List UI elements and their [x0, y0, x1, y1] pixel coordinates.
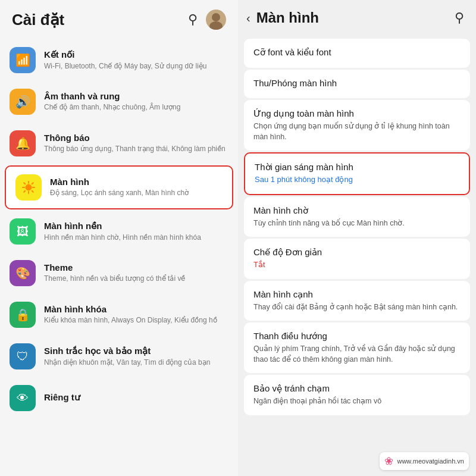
flower-icon: ❀ [384, 455, 393, 468]
bell-icon: 🔔 [15, 136, 30, 151]
svg-line-9 [32, 183, 33, 184]
rieng-tu-text: Riêng tư [44, 392, 228, 404]
man-hinh-nen-subtitle: Hình nền màn hình chờ, Hình nền màn hình… [44, 233, 228, 243]
right-list: Cỡ font và kiểu font Thu/Phóng màn hình … [238, 33, 476, 476]
right-item-che-do-don-gian[interactable]: Chế độ Đơn giản Tắt [244, 239, 470, 279]
right-item-thanh-dieu-huong[interactable]: Thanh điều hướng Quản lý phím Trang chín… [244, 322, 470, 373]
theme-title: Theme [44, 262, 228, 273]
search-icon[interactable]: ⚲ [188, 12, 198, 27]
man-hinh-canh-subtitle: Thay đổi cài đặt Bảng ở cạnh hoặc Bật sá… [253, 302, 461, 312]
theme-subtitle: Theme, hình nền và biểu tượng có thể tải… [44, 274, 228, 284]
right-panel: ‹ Màn hình ⚲ Cỡ font và kiểu font Thu/Ph… [238, 0, 476, 476]
svg-line-8 [32, 191, 33, 192]
right-search-icon[interactable]: ⚲ [455, 10, 464, 26]
right-title: Màn hình [256, 10, 455, 26]
thoi-gian-sang-title: Thời gian sáng màn hình [255, 162, 459, 173]
sinh-trac-icon-wrap: 🛡 [10, 343, 36, 369]
am-thanh-subtitle: Chế độ âm thanh, Nhạc chuông, Âm lượng [44, 102, 228, 112]
rieng-tu-icon-wrap: 👁 [10, 385, 36, 411]
left-header-icons: ⚲ [188, 10, 226, 30]
man-hinh-text: Màn hình Độ sáng, Lọc ánh sáng xanh, Màn… [50, 177, 223, 198]
sidebar-item-sinh-trac[interactable]: 🛡 Sinh trắc học và bảo mật Nhận diện khu… [0, 336, 238, 377]
man-hinh-nen-text: Màn hình nền Hình nền màn hình chờ, Hình… [44, 221, 228, 243]
right-item-co-font[interactable]: Cỡ font và kiểu font [244, 39, 470, 68]
svg-line-7 [24, 183, 25, 184]
sidebar-item-am-thanh[interactable]: 🔊 Âm thanh và rung Chế độ âm thanh, Nhạc… [0, 81, 238, 123]
sinh-trac-subtitle: Nhận diện khuôn mặt, Vân tay, Tìm di độn… [44, 358, 228, 368]
bao-ve-tranh-cham-subtitle: Ngăn điện thoại phản hồi tác chạm vô [253, 396, 461, 406]
theme-icon-wrap: 🎨 [10, 260, 36, 286]
ket-noi-icon-wrap: 📶 [10, 47, 36, 73]
lock-icon: 🔒 [15, 308, 30, 322]
man-hinh-canh-title: Màn hình cạnh [253, 289, 461, 300]
right-header: ‹ Màn hình ⚲ [238, 0, 476, 33]
am-thanh-title: Âm thanh và rung [44, 91, 228, 101]
right-item-thu-phong[interactable]: Thu/Phóng màn hình [244, 70, 470, 98]
thong-bao-subtitle: Thông báo ứng dụng, Thanh trạng thái, Kh… [44, 144, 228, 154]
sidebar-item-man-hinh-nen[interactable]: 🖼 Màn hình nền Hình nền màn hình chờ, Hì… [0, 211, 238, 252]
sun-icon [21, 180, 36, 195]
thu-phong-title: Thu/Phóng màn hình [253, 78, 461, 88]
thanh-dieu-huong-title: Thanh điều hướng [253, 331, 461, 342]
man-hinh-icon-wrap [15, 174, 42, 201]
wifi-icon: 📶 [15, 53, 30, 67]
sinh-trac-title: Sinh trắc học và bảo mật [44, 346, 228, 356]
sidebar-item-rieng-tu[interactable]: 👁 Riêng tư [0, 377, 238, 419]
thoi-gian-sang-subtitle: Sau 1 phút không hoạt động [255, 174, 459, 186]
man-hinh-khoa-icon-wrap: 🔒 [10, 302, 36, 328]
man-hinh-khoa-text: Màn hình khóa Kiểu khóa màn hình, Always… [44, 304, 228, 325]
right-item-man-hinh-cho[interactable]: Màn hình chờ Tùy chỉnh tính năng và bố c… [244, 197, 470, 237]
thong-bao-text: Thông báo Thông báo ứng dụng, Thanh trạn… [44, 133, 228, 154]
sidebar-item-man-hinh[interactable]: Màn hình Độ sáng, Lọc ánh sáng xanh, Màn… [5, 165, 233, 209]
che-do-don-gian-subtitle: Tắt [253, 259, 461, 271]
ket-noi-title: Kết nối [44, 49, 228, 60]
bao-ve-tranh-cham-title: Bảo vệ tránh chạm [253, 383, 461, 394]
left-list: 📶 Kết nối Wi-Fi, Bluetooth, Chế độ Máy b… [0, 37, 238, 476]
right-item-man-hinh-canh[interactable]: Màn hình cạnh Thay đổi cài đặt Bảng ở cạ… [244, 281, 470, 321]
sidebar-item-thong-bao[interactable]: 🔔 Thông báo Thông báo ứng dụng, Thanh tr… [0, 123, 238, 164]
left-panel: Cài đặt ⚲ 📶 Kết nối Wi-Fi, Bluetooth, Ch… [0, 0, 238, 476]
man-hinh-title: Màn hình [50, 177, 223, 187]
right-item-bao-ve-tranh-cham[interactable]: Bảo vệ tránh chạm Ngăn điện thoại phản h… [244, 375, 470, 415]
left-header: Cài đặt ⚲ [0, 0, 238, 37]
man-hinh-subtitle: Độ sáng, Lọc ánh sáng xanh, Màn hình chờ [50, 188, 223, 198]
che-do-don-gian-title: Chế độ Đơn giản [253, 247, 461, 258]
man-hinh-khoa-title: Màn hình khóa [44, 304, 228, 314]
man-hinh-khoa-subtitle: Kiểu khóa màn hình, Always On Display, K… [44, 315, 228, 325]
svg-point-1 [209, 21, 223, 30]
privacy-icon: 👁 [17, 392, 29, 405]
watermark-text: www.meovatgiadinh.vn [397, 458, 464, 465]
am-thanh-icon-wrap: 🔊 [10, 89, 36, 115]
ket-noi-subtitle: Wi-Fi, Bluetooth, Chế độ Máy bay, Sử dụn… [44, 61, 228, 71]
thanh-dieu-huong-subtitle: Quản lý phím Trang chính, Trở về và Gần … [253, 343, 461, 365]
svg-point-0 [212, 13, 220, 21]
svg-point-2 [26, 184, 32, 190]
thong-bao-title: Thông báo [44, 133, 228, 143]
avatar[interactable] [206, 10, 226, 30]
ung-dung-toan-subtitle: Chọn ứng dụng bạn muốn sử dụng ở tỉ lệ k… [253, 121, 461, 142]
speaker-icon: 🔊 [15, 95, 30, 109]
theme-icon: 🎨 [15, 266, 30, 280]
left-title: Cài đặt [12, 11, 64, 29]
man-hinh-cho-title: Màn hình chờ [253, 205, 461, 216]
rieng-tu-title: Riêng tư [44, 392, 228, 403]
man-hinh-cho-subtitle: Tùy chỉnh tính năng và bố cục Màn hình c… [253, 218, 461, 228]
right-item-thoi-gian-sang[interactable]: Thời gian sáng màn hình Sau 1 phút không… [244, 152, 470, 195]
back-icon[interactable]: ‹ [246, 11, 250, 25]
sidebar-item-man-hinh-khoa[interactable]: 🔒 Màn hình khóa Kiểu khóa màn hình, Alwa… [0, 294, 238, 336]
svg-line-10 [24, 191, 25, 192]
am-thanh-text: Âm thanh và rung Chế độ âm thanh, Nhạc c… [44, 91, 228, 112]
ket-noi-text: Kết nối Wi-Fi, Bluetooth, Chế độ Máy bay… [44, 49, 228, 71]
co-font-title: Cỡ font và kiểu font [253, 47, 461, 58]
thong-bao-icon-wrap: 🔔 [10, 130, 36, 156]
ung-dung-toan-title: Ứng dụng toàn màn hình [253, 108, 461, 119]
sinh-trac-text: Sinh trắc học và bảo mật Nhận diện khuôn… [44, 346, 228, 368]
man-hinh-nen-title: Màn hình nền [44, 221, 228, 231]
watermark: ❀ www.meovatgiadinh.vn [380, 452, 469, 470]
right-item-ung-dung-toan[interactable]: Ứng dụng toàn màn hình Chọn ứng dụng bạn… [244, 100, 470, 151]
sidebar-item-ket-noi[interactable]: 📶 Kết nối Wi-Fi, Bluetooth, Chế độ Máy b… [0, 39, 238, 81]
shield-icon: 🛡 [17, 350, 29, 364]
man-hinh-nen-icon-wrap: 🖼 [10, 218, 36, 245]
theme-text: Theme Theme, hình nền và biểu tượng có t… [44, 262, 228, 284]
sidebar-item-theme[interactable]: 🎨 Theme Theme, hình nền và biểu tượng có… [0, 252, 238, 294]
